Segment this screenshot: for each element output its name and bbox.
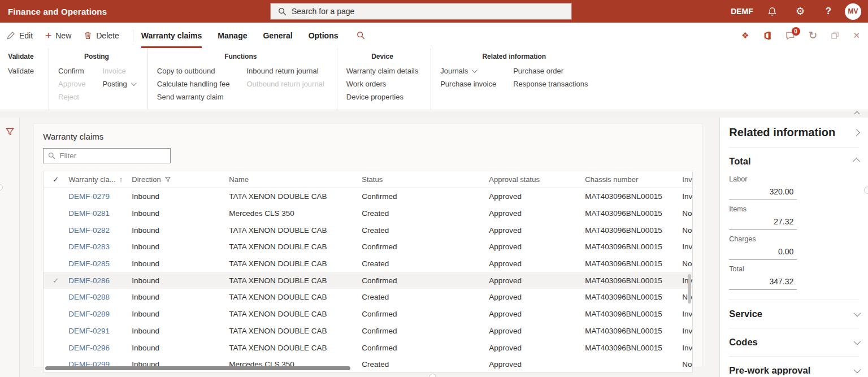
tab-general[interactable]: General	[263, 23, 292, 48]
name-cell: TATA XENON DOUBLE CAB	[225, 276, 358, 285]
device-properties-action[interactable]: Device properties	[346, 93, 418, 101]
column-header-name[interactable]: Name	[225, 175, 358, 184]
collapse-panel-chevron-icon[interactable]	[853, 129, 860, 136]
invoice-cell: Inv	[679, 310, 692, 318]
copy-to-outbound-action[interactable]: Copy to outbound	[157, 67, 230, 75]
right-splitter-handle[interactable]	[864, 187, 868, 194]
chassis-number-cell: MAT403096BNL00015	[581, 276, 679, 285]
approval-status-cell: Approved	[485, 344, 581, 352]
chassis-number-cell: MAT403096BNL00015	[581, 310, 679, 318]
section-pre-work-approval-header[interactable]: Pre-work approval	[729, 357, 859, 377]
attachments-icon[interactable]: ❖	[741, 31, 749, 41]
grid-filter-input[interactable]: Filter	[43, 148, 171, 163]
warranty-claim-link[interactable]: DEMF-0291	[68, 327, 110, 335]
row-check-icon[interactable]: ✓	[44, 276, 65, 285]
column-header-direction[interactable]: Direction	[128, 175, 225, 184]
approval-status-cell: Approved	[485, 242, 581, 251]
feedback-bubble-icon[interactable]: 0	[785, 31, 795, 40]
send-warranty-claim-action[interactable]: Send warranty claim	[157, 93, 230, 101]
table-row[interactable]: DEMF-0279 Inbound TATA XENON DOUBLE CAB …	[44, 188, 692, 205]
approve-action[interactable]: Approve	[58, 80, 85, 88]
section-total-header[interactable]: Total	[729, 148, 859, 175]
warranty-claim-link[interactable]: DEMF-0283	[68, 242, 110, 251]
bottom-splitter-handle[interactable]	[429, 374, 436, 377]
tab-options[interactable]: Options	[309, 23, 338, 48]
company-picker[interactable]: DEMF	[726, 0, 758, 23]
inbound-return-journal-action[interactable]: Inbound return journal	[246, 67, 324, 75]
horizontal-scrollbar[interactable]	[45, 366, 350, 370]
office-icon[interactable]	[763, 31, 772, 40]
collapse-ribbon-chevron-icon[interactable]	[854, 111, 860, 117]
filter-pane-funnel-icon[interactable]	[5, 127, 15, 136]
invoice-action[interactable]: Invoice	[102, 67, 134, 75]
app-title[interactable]: Finance and Operations	[8, 7, 107, 16]
column-header-status[interactable]: Status	[358, 175, 485, 184]
work-orders-action[interactable]: Work orders	[346, 80, 418, 88]
warranty-claim-link[interactable]: DEMF-0296	[68, 344, 110, 352]
table-row[interactable]: DEMF-0291 Inbound TATA XENON DOUBLE CAB …	[44, 323, 692, 340]
delete-button[interactable]: Delete	[84, 31, 119, 40]
table-row[interactable]: DEMF-0282 Inbound TATA XENON DOUBLE CAB …	[44, 222, 692, 239]
chassis-number-cell: MAT403096BNL00015	[581, 344, 679, 352]
section-service-header[interactable]: Service	[729, 300, 859, 328]
validate-action[interactable]: Validate	[8, 67, 34, 75]
table-row[interactable]: DEMF-0283 Inbound TATA XENON DOUBLE CAB …	[44, 239, 692, 255]
settings-gear-icon[interactable]: ⚙	[786, 0, 814, 23]
pencil-icon	[7, 31, 15, 40]
table-row[interactable]: DEMF-0289 Inbound TATA XENON DOUBLE CAB …	[44, 306, 692, 323]
purchase-invoice-action[interactable]: Purchase invoice	[440, 80, 496, 88]
new-button[interactable]: + New	[45, 31, 71, 40]
table-row[interactable]: DEMF-0281 Inbound Mercedes CLS 350 Creat…	[44, 205, 692, 222]
journals-dropdown[interactable]: Journals	[440, 67, 496, 75]
section-service: Service	[729, 300, 859, 328]
close-icon[interactable]: ✕	[853, 31, 860, 41]
table-row[interactable]: DEMF-0288 Inbound TATA XENON DOUBLE CAB …	[44, 289, 692, 306]
open-in-new-window-icon[interactable]	[831, 31, 839, 40]
confirm-action[interactable]: Confirm	[58, 67, 85, 75]
reject-action[interactable]: Reject	[58, 93, 85, 101]
help-icon[interactable]: ?	[814, 0, 843, 23]
warranty-claim-link[interactable]: DEMF-0279	[68, 192, 110, 201]
response-transactions-action[interactable]: Response transactions	[513, 80, 588, 88]
column-filter-funnel-icon	[164, 176, 171, 183]
name-cell: TATA XENON DOUBLE CAB	[225, 310, 358, 318]
user-avatar[interactable]: MV	[845, 3, 861, 20]
vertical-scrollbar[interactable]	[688, 274, 691, 304]
edit-button[interactable]: Edit	[7, 31, 33, 40]
posting-dropdown[interactable]: Posting	[102, 80, 134, 88]
refresh-icon[interactable]: ↻	[809, 29, 818, 42]
warranty-claim-link[interactable]: DEMF-0288	[68, 293, 110, 301]
column-header-warranty-claim[interactable]: Warranty cla... ↑	[65, 175, 128, 184]
section-codes-header[interactable]: Codes	[729, 328, 859, 356]
table-row[interactable]: DEMF-0285 Inbound TATA XENON DOUBLE CAB …	[44, 255, 692, 272]
warranty-claim-link[interactable]: DEMF-0285	[68, 259, 110, 268]
outbound-return-journal-action[interactable]: Outbound return journal	[246, 80, 324, 88]
status-cell: Created	[358, 293, 485, 301]
column-header-invoice[interactable]: Inv	[679, 175, 692, 184]
warranty-claim-link[interactable]: DEMF-0282	[68, 226, 110, 235]
warranty-claim-link[interactable]: DEMF-0289	[68, 310, 110, 318]
chassis-number-cell: MAT403096BNL00015	[581, 209, 679, 218]
notifications-bell-icon[interactable]	[758, 0, 786, 23]
trash-icon	[84, 31, 92, 40]
column-header-chassis-number[interactable]: Chassis number	[581, 175, 679, 184]
warranty-claim-details-action[interactable]: Warranty claim details	[346, 67, 418, 75]
action-search-icon[interactable]	[357, 31, 365, 40]
chassis-number-cell: MAT403096BNL00015	[581, 192, 679, 201]
page-search-box[interactable]: Search for a page	[271, 3, 571, 19]
warranty-claim-link[interactable]: DEMF-0281	[68, 209, 110, 218]
tab-manage[interactable]: Manage	[218, 23, 247, 48]
column-header-approval-status[interactable]: Approval status	[485, 175, 581, 184]
edit-label: Edit	[19, 31, 33, 40]
select-all-check-icon[interactable]: ✓	[44, 175, 65, 184]
invoice-cell: Inv	[679, 327, 692, 335]
tab-warranty-claims[interactable]: Warranty claims	[141, 23, 202, 48]
new-label: New	[55, 31, 71, 40]
calculate-handling-fee-action[interactable]: Calculate handling fee	[157, 80, 230, 88]
pane-splitter-handle[interactable]	[0, 184, 3, 190]
table-row[interactable]: DEMF-0296 Inbound TATA XENON DOUBLE CAB …	[44, 339, 692, 356]
warranty-claim-link[interactable]: DEMF-0286	[68, 276, 110, 285]
field-total: Total 347.32	[729, 265, 859, 290]
purchase-order-action[interactable]: Purchase order	[513, 67, 588, 75]
table-row[interactable]: ✓ DEMF-0286 Inbound TATA XENON DOUBLE CA…	[44, 272, 692, 289]
